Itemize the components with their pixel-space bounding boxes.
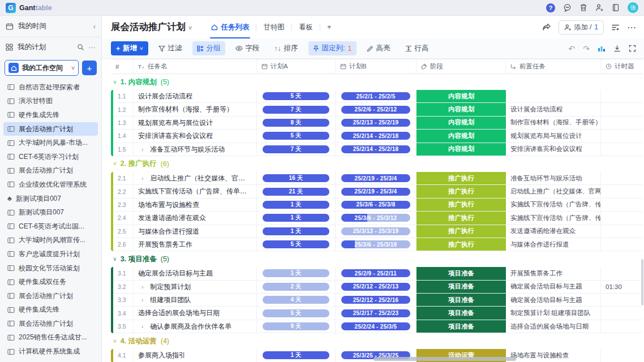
timer-cell[interactable] (601, 117, 643, 129)
plan-b-cell[interactable]: 25/2/12 - 25/2/16 (336, 294, 417, 306)
task-name-cell[interactable]: ›确认参展商及合作伙伴名单 (134, 320, 257, 333)
plan-a-pill[interactable]: 16 天 (263, 174, 329, 182)
table-row[interactable]: 1.5›准备互动环节与娱乐活动7 天25/2/14 - 25/2/18内容规划安… (113, 143, 643, 156)
predecessor-cell[interactable]: 规划展览布局与展位设计 (506, 130, 601, 142)
plan-b-pill[interactable]: 25/2/12 - 25/2/16 (341, 296, 410, 304)
expand-chevron-icon[interactable]: › (141, 324, 143, 330)
predecessor-cell[interactable]: 开展预售票务工作 (506, 267, 601, 279)
plan-b-cell[interactable]: 25/2/12 - 25/2/13 (336, 281, 417, 293)
timer-cell[interactable] (601, 130, 643, 142)
plan-b-pill[interactable]: 25/2/12 - 25/2/13 (341, 283, 410, 291)
timer-cell[interactable] (601, 267, 643, 279)
plan-a-pill[interactable]: 1 天 (263, 227, 329, 235)
timer-cell[interactable] (601, 172, 643, 184)
table-row[interactable]: 3.2›制定预算计划2 天25/2/12 - 25/2/13项目准备确定展会活动… (113, 281, 643, 294)
timer-cell[interactable] (601, 320, 643, 333)
sidebar-project-item[interactable]: 新测试项目007 (3, 205, 98, 219)
plan-a-cell[interactable]: 2 天 (257, 281, 336, 293)
column-header[interactable]: 计时器 (601, 59, 643, 74)
plan-a-pill[interactable]: 5 天 (263, 240, 329, 248)
sidebar-project-item[interactable]: 展会活动推广计划 (3, 317, 98, 331)
avatar[interactable]: 张 (628, 2, 638, 13)
plan-a-pill[interactable]: 7 天 (263, 106, 329, 114)
plan-a-pill[interactable]: 8 天 (263, 119, 329, 127)
phase-cell[interactable]: 推广执行 (417, 238, 506, 251)
table-row[interactable]: 1.2制作宣传材料（海报、手册等）7 天25/2/6 - 25/2/12内容规划… (113, 103, 643, 116)
download-icon[interactable] (613, 45, 621, 52)
timer-cell[interactable] (601, 90, 643, 102)
plan-b-pill[interactable]: 25/2/19 - 25/3/4 (341, 174, 410, 182)
phase-cell[interactable]: 项目准备 (417, 307, 506, 319)
invite-user-icon[interactable] (595, 3, 604, 12)
sidebar-project-item[interactable]: 企业绩效优化管理系统 (3, 178, 98, 192)
timer-cell[interactable]: 01:30 (601, 281, 643, 293)
plan-a-pill[interactable]: 21 天 (263, 188, 329, 196)
plan-b-pill[interactable]: 25/3/6 - 25/3/12 (341, 214, 410, 222)
expand-chevron-icon[interactable]: › (141, 284, 143, 290)
column-header[interactable]: 阶段 (417, 59, 506, 74)
plan-b-pill[interactable]: 25/2/24 - 25/3/5 (341, 322, 410, 330)
predecessor-cell[interactable]: 确定展会活动目标与主题 (506, 281, 601, 293)
plan-b-pill[interactable]: 25/2/14 - 25/2/18 (341, 145, 410, 153)
predecessor-cell[interactable]: 启动线上推广（社交媒体、官网等） (506, 185, 601, 197)
timer-cell[interactable] (601, 349, 643, 361)
plan-b-cell[interactable]: 25/2/14 - 25/2/18 (336, 143, 417, 156)
page-title[interactable]: 展会活动推广计划 (111, 21, 186, 33)
predecessor-cell[interactable]: 安排演讲嘉宾和会议议程 (506, 143, 601, 156)
share-icon[interactable] (542, 23, 551, 31)
table-row[interactable]: 3.5›确认参展商及合作伙伴名单9 天25/2/24 - 25/3/5项目准备选… (113, 320, 643, 333)
plan-a-pill[interactable]: 5 天 (263, 92, 329, 100)
plan-b-cell[interactable]: 25/2/24 - 25/3/5 (336, 320, 417, 333)
timer-cell[interactable] (601, 307, 643, 319)
undo-icon[interactable]: ↶ (569, 44, 576, 53)
phase-cell[interactable]: 内容规划 (417, 130, 506, 142)
plan-b-cell[interactable]: 25/2/6 - 25/2/12 (336, 103, 417, 115)
plan-a-pill[interactable]: 9 天 (263, 322, 329, 330)
docs-icon[interactable] (612, 3, 620, 12)
fields-button[interactable]: 字段 (231, 41, 264, 55)
table-row[interactable]: 2.5与媒体合作进行报道1 天25/3/13 - 25/3/19推广执行发送邀请… (113, 225, 643, 238)
task-name-cell[interactable]: 发送邀请函给潜在观众 (134, 212, 257, 224)
plan-a-cell[interactable]: 9 天 (257, 320, 336, 333)
phase-cell[interactable]: 项目准备 (417, 294, 506, 306)
column-header[interactable]: 计划B (336, 59, 417, 74)
group-header[interactable]: ˅2. 推广执行(6) (111, 156, 643, 172)
plan-b-cell[interactable]: 25/2/14 - 25/2/18 (336, 130, 417, 142)
timer-cell[interactable] (601, 212, 643, 224)
table-row[interactable]: 2.2实施线下宣传活动（广告牌、传单等）21 天25/2/19 - 25/3/4… (113, 185, 643, 198)
task-name-cell[interactable]: ›组建项目团队 (134, 294, 257, 306)
predecessor-cell[interactable]: 场地布置与设施检查 (506, 349, 601, 361)
plan-b-pill[interactable]: 25/3/6 - 25/3/8 (341, 201, 410, 209)
phase-cell[interactable]: 内容规划 (417, 143, 506, 156)
tab-kanban[interactable]: 看板 (292, 16, 320, 38)
plan-a-cell[interactable]: 1 天 (257, 349, 336, 361)
table-row[interactable]: 2.4发送邀请函给潜在观众1 天25/3/6 - 25/3/12推广执行实施线下… (113, 212, 643, 225)
row-height-button[interactable]: 行高 (401, 41, 433, 55)
fullscreen-icon[interactable] (629, 45, 636, 52)
timer-cell[interactable] (601, 238, 643, 251)
predecessor-cell[interactable]: 设计展会活动流程 (506, 103, 601, 115)
plan-a-cell[interactable]: 1 天 (257, 212, 336, 224)
view-config-icon[interactable] (611, 24, 620, 31)
expand-chevron-icon[interactable]: › (141, 297, 143, 303)
plan-a-pill[interactable]: 5 天 (263, 309, 329, 317)
plan-b-pill[interactable]: 25/3/6 - 25/3/19 (341, 240, 410, 248)
plan-a-pill[interactable]: 7 天 (263, 145, 329, 153)
predecessor-cell[interactable]: 实施线下宣传活动（广告牌、传单等） (506, 199, 601, 211)
table-row[interactable]: 1.1设计展会活动流程5 天25/2/1 - 25/2/5内容规划 (113, 90, 643, 103)
plan-b-pill[interactable]: 25/3/13 - 25/3/19 (341, 227, 410, 235)
predecessor-cell[interactable]: 实施线下宣传活动（广告牌、传单等） (506, 212, 601, 224)
horizontal-scrollbar[interactable] (373, 357, 516, 361)
plan-a-cell[interactable]: 7 天 (257, 103, 336, 115)
timer-cell[interactable] (601, 225, 643, 238)
task-name-cell[interactable]: ›启动线上推广（社交媒体、官网等） (134, 172, 257, 184)
filter-button[interactable]: 过滤 (154, 41, 187, 55)
plan-a-pill[interactable]: 1 天 (263, 201, 329, 209)
vertical-scrollbar[interactable] (641, 259, 643, 305)
sidebar-project-item[interactable]: CET-6英语学习计划 (3, 150, 98, 164)
more-icon[interactable]: ⋯ (89, 43, 96, 51)
expand-chevron-icon[interactable]: › (141, 175, 143, 182)
group-header[interactable]: ˅3. 项目准备(5) (111, 251, 643, 267)
plan-a-cell[interactable]: 21 天 (257, 185, 336, 197)
table-row[interactable]: 3.3›组建项目团队4 天25/2/12 - 25/2/16项目准备确定展会活动… (113, 294, 643, 307)
